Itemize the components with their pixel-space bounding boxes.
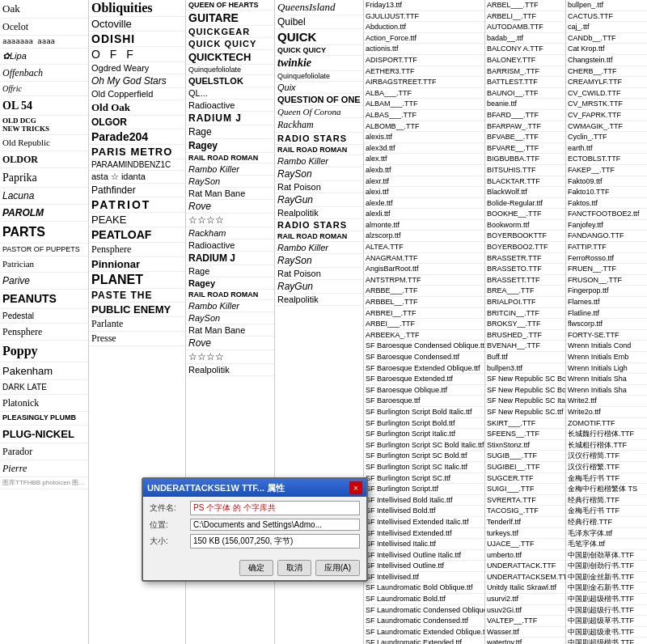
list-item[interactable]: bullpen3.ttf [485, 363, 565, 375]
list-item[interactable]: SF Intellivised Extended.ttf [364, 528, 484, 540]
list-item[interactable]: SF Laundromatic Condensed Oblique.ttf [364, 605, 484, 616]
list-item[interactable]: BOOKHE__.TTF [485, 209, 565, 220]
list-item[interactable]: 中国剧超级行书.TTF [566, 605, 647, 616]
list-item[interactable]: ☆☆☆☆ [186, 350, 274, 364]
dialog-close-button[interactable]: × [349, 481, 362, 494]
list-item[interactable]: ANTSTRPM.TTF [364, 275, 484, 286]
list-item[interactable]: QUELSTLOK [186, 75, 274, 87]
list-item[interactable]: alex.ttf [364, 154, 484, 165]
list-item[interactable]: actionis.ttf [364, 44, 484, 55]
list-item[interactable]: Presse [89, 332, 185, 346]
list-item[interactable]: alex3d.ttf [364, 143, 484, 155]
list-item[interactable]: 毛泽东字体.ttf [566, 528, 647, 540]
list-item[interactable]: SF Baroesque Condensed Oblique.ttf [364, 341, 484, 352]
list-item[interactable]: FAKEP__.TTF [566, 165, 647, 176]
list-item[interactable]: BFARPAW_.TTF [485, 121, 565, 133]
list-item[interactable]: Rambo Killer [186, 163, 274, 176]
list-item[interactable]: BROKSY__.TTF [485, 319, 565, 330]
list-item[interactable]: SF Burlington Script Bold.ttf [364, 418, 484, 430]
list-item[interactable]: Poppy [0, 341, 88, 362]
list-item[interactable]: Parlante [89, 317, 185, 332]
list-item[interactable]: Changstein.ttf [566, 55, 647, 66]
list-item[interactable]: BAUNOI__.TTF [485, 88, 565, 100]
apply-button[interactable]: 应用(A) [315, 560, 360, 576]
list-item[interactable]: SF Intellivised Extended Italic.ttf [364, 517, 484, 528]
list-item[interactable]: SF New Republic SC Bold Italic.ttf [485, 385, 565, 396]
list-item[interactable]: Pinnionar [89, 257, 185, 272]
list-item[interactable]: 中国剧超级楷书.TTF [566, 594, 647, 605]
list-item[interactable]: Write2o.ttf [566, 407, 647, 418]
list-item[interactable]: ARBEI___.TTF [364, 319, 484, 330]
list-item[interactable]: ARBBE___.TTF [364, 286, 484, 297]
list-item[interactable]: GJULIJUST.TTF [364, 11, 484, 23]
list-item[interactable]: SF Burlington Script SC Bold.ttf [364, 451, 484, 462]
list-item[interactable]: BRASSETR.TTF [485, 253, 565, 265]
list-item[interactable]: Unitdy Italic Skrawl.ttf [485, 583, 565, 594]
list-item[interactable]: Wrenn Initials Sha [566, 374, 647, 385]
list-item[interactable]: DARK LATE [0, 380, 88, 395]
list-item[interactable]: SF Burlington Script SC.ttf [364, 473, 484, 485]
list-item[interactable]: SF Baroesque.ttf [364, 396, 484, 407]
list-item[interactable]: RayGun [275, 193, 363, 207]
list-item[interactable]: AUTODAMB.TTF [485, 22, 565, 33]
list-item[interactable]: ZOMOTIF.TTF [566, 418, 647, 430]
list-item[interactable]: QL... [186, 87, 274, 100]
list-item[interactable]: Wrenn Initials Sha [566, 385, 647, 396]
properties-dialog[interactable]: UNDERATTACKSE1W TTF... 属性 × 文件名: PS 个字体 … [142, 477, 368, 582]
list-item[interactable]: OL 54 [0, 96, 88, 116]
list-item[interactable]: Rat Man Bane [186, 188, 274, 200]
list-item[interactable]: Quinquefoliolate [186, 65, 274, 75]
list-item[interactable]: SF Intellivised Bold.ttf [364, 506, 484, 517]
list-item[interactable]: ALTEA.TTF [364, 242, 484, 253]
list-item[interactable]: Wrenn Initials Cond [566, 341, 647, 352]
list-item[interactable]: asta ☆ idanta [89, 171, 185, 184]
list-item[interactable]: SF New Republic SC Bold.ttf [485, 374, 565, 385]
list-item[interactable]: RaySon [275, 254, 363, 268]
list-item[interactable]: QUICK QUICY [275, 45, 363, 56]
list-item[interactable]: beanie.ttf [485, 99, 565, 110]
list-item[interactable]: Bookworm.ttf [485, 220, 565, 231]
list-item[interactable]: Cat Krop.ttf [566, 44, 647, 55]
list-item[interactable]: 中国剧超级隶书.TTF [566, 627, 647, 638]
list-item[interactable]: CWMAGIK_.TTF [566, 121, 647, 133]
list-item[interactable]: UJACE__.TTF [485, 539, 565, 550]
list-item[interactable]: AngisBarRoot.ttf [364, 264, 484, 275]
list-item[interactable]: 中国剧创劲行书.TTF [566, 561, 647, 572]
list-item[interactable]: RAIL ROAD ROMAN [275, 231, 363, 242]
list-item[interactable]: RADIUM J [186, 252, 274, 265]
list-item[interactable]: 金梅毛行书 TTF [566, 473, 647, 485]
list-item[interactable]: PLUG-NICKEL [0, 426, 88, 444]
list-item[interactable]: QueensIsland [275, 0, 363, 15]
list-item[interactable]: Oak [0, 0, 88, 19]
list-item[interactable]: Pierre [0, 460, 88, 477]
list-item[interactable]: FORTY-SE.TTF [566, 330, 647, 341]
list-item[interactable]: Write2.ttf [566, 396, 647, 407]
list-item[interactable]: RADIO STARS [275, 219, 363, 231]
list-item[interactable]: 中国剧超级草书.TTF [566, 616, 647, 627]
list-item[interactable]: UNDERATTACK.TTF [485, 561, 565, 572]
list-item[interactable]: Wrenn Initials Ligh [566, 363, 647, 375]
list-item[interactable]: AIRBAGSTREET.TTF [364, 77, 484, 88]
list-item[interactable]: Fingerpop.ttf [566, 286, 647, 297]
list-item[interactable]: SUGIBEI__.TTF [485, 462, 565, 473]
list-item[interactable]: Rambo Killer [275, 155, 363, 167]
list-item[interactable]: BARRISM_.TTF [485, 66, 565, 78]
list-item[interactable]: ✿Lipa [0, 49, 88, 65]
list-item[interactable]: Parade204 [89, 129, 185, 145]
list-item[interactable]: PUBLIC ENEMY [89, 303, 185, 317]
list-item[interactable]: Rambo Killer [275, 242, 363, 254]
list-item[interactable]: Radioactive [186, 100, 274, 112]
list-item[interactable]: Radioactive [186, 239, 274, 252]
list-item[interactable]: Quibel [275, 15, 363, 29]
list-item[interactable]: SF Baroesque Oblique.ttf [364, 385, 484, 396]
list-item[interactable]: 毛笔字体.ttf [566, 539, 647, 550]
list-item[interactable]: O F F [89, 47, 185, 62]
list-item[interactable]: ☆☆☆☆ [186, 214, 274, 227]
list-item[interactable]: 中国剧金丝新书.TTF [566, 572, 647, 583]
list-item[interactable]: PARTS [0, 222, 88, 244]
list-item[interactable]: CV_CWILD.TTF [566, 88, 647, 100]
list-item[interactable]: Quix [275, 82, 363, 94]
list-item[interactable]: OLDOR [0, 151, 88, 168]
list-item[interactable]: Rat Poison [275, 181, 363, 193]
list-item[interactable]: SF Burlington Script SC Bold Italic.ttf [364, 440, 484, 451]
